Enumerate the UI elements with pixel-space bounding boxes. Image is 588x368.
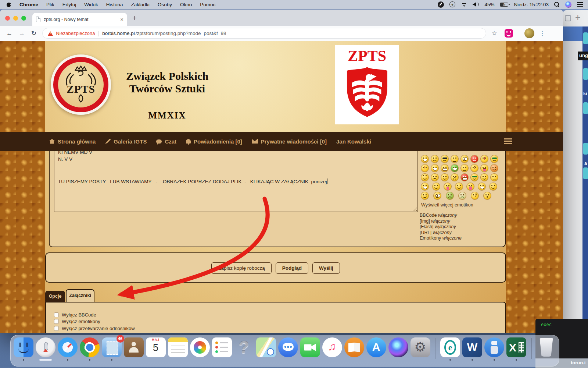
- close-window-button[interactable]: [5, 16, 10, 21]
- dock-item-safari[interactable]: [57, 337, 78, 361]
- menu-item-edytuj[interactable]: Edytuj: [62, 2, 76, 7]
- emoticon[interactable]: [481, 174, 488, 181]
- nav-item-home[interactable]: Strona główna: [49, 138, 96, 145]
- minimize-window-button[interactable]: [13, 16, 18, 21]
- emoticon[interactable]: [491, 174, 498, 181]
- dock-item-mail[interactable]: 46: [101, 337, 122, 361]
- emoticon[interactable]: [461, 174, 468, 181]
- dock-item-music[interactable]: ♫: [322, 337, 343, 361]
- emoticon[interactable]: [461, 164, 468, 172]
- nav-item-private-messages[interactable]: Prywatne wiadomości [0]: [252, 138, 327, 145]
- emoticon[interactable]: [461, 155, 468, 163]
- nav-item-chat[interactable]: Czat: [156, 138, 176, 145]
- emoticon[interactable]: [481, 164, 488, 172]
- dock-item-appstore[interactable]: A: [366, 337, 387, 361]
- forward-button[interactable]: →: [19, 30, 25, 37]
- apple-menu-icon[interactable]: [7, 1, 11, 7]
- emoticon[interactable]: [471, 174, 478, 181]
- dock-item-word[interactable]: W: [462, 337, 483, 361]
- resize-grip[interactable]: [413, 207, 417, 211]
- emoticon[interactable]: [433, 183, 440, 190]
- spotlight-icon[interactable]: [554, 2, 560, 7]
- nav-item-user[interactable]: Jan Kowalski: [336, 138, 371, 145]
- show-more-emoticons-link[interactable]: Wyświetl więcej emotikon: [421, 202, 473, 208]
- chrome-menu-icon[interactable]: ⋮: [539, 30, 545, 37]
- emoticon[interactable]: [484, 192, 491, 199]
- emoticon[interactable]: [481, 155, 488, 163]
- checkbox-attach-signature[interactable]: [54, 333, 59, 333]
- emoticon[interactable]: [431, 174, 438, 181]
- menu-item-pomoc[interactable]: Pomoc: [200, 2, 215, 7]
- reload-button[interactable]: ↻: [31, 29, 36, 37]
- emoticon[interactable]: [478, 183, 485, 190]
- emoticon[interactable]: [444, 183, 451, 190]
- save-draft-button[interactable]: Zapisz kopię roboczą: [211, 262, 272, 274]
- emoticon[interactable]: [446, 192, 453, 199]
- checkbox-disable-bbcode[interactable]: [54, 312, 59, 317]
- menu-item-osoby[interactable]: Osoby: [158, 2, 172, 7]
- eset-status-icon[interactable]: [449, 1, 455, 7]
- emoticon[interactable]: [421, 164, 429, 172]
- security-label[interactable]: Niezabezpieczona: [56, 31, 95, 36]
- emoticon[interactable]: [441, 174, 448, 181]
- menu-item-widok[interactable]: Widok: [84, 2, 98, 7]
- battery-icon[interactable]: [500, 3, 508, 7]
- extension-icon[interactable]: [505, 29, 513, 38]
- emoticon[interactable]: [491, 164, 498, 172]
- dock-item-finder[interactable]: [13, 337, 34, 361]
- emoticon[interactable]: [471, 164, 478, 172]
- address-bar[interactable]: Niezabezpieczona | borbis.home.pl/zptsfo…: [42, 28, 486, 39]
- dock-item-messages[interactable]: [277, 337, 299, 361]
- bookmark-star-icon[interactable]: ☆: [491, 29, 497, 37]
- nav-item-gallery[interactable]: Galeria IGTS: [105, 138, 147, 145]
- emoticon[interactable]: [471, 155, 478, 163]
- emoticon[interactable]: [471, 192, 478, 199]
- dock-item-preferences[interactable]: ⚙: [410, 337, 431, 361]
- dock-item-calendar[interactable]: MAJ5: [145, 337, 166, 361]
- browser-tab[interactable]: zpts.org - Nowy temat ×: [32, 13, 127, 26]
- emoticon[interactable]: [459, 192, 466, 199]
- notification-center-icon[interactable]: [577, 2, 583, 7]
- dock-item-facetime[interactable]: [300, 337, 321, 361]
- dock-item-contacts[interactable]: [123, 337, 144, 361]
- emoticon[interactable]: [451, 164, 458, 172]
- tab-options[interactable]: Opcje: [45, 291, 65, 302]
- emoticon[interactable]: [421, 183, 429, 190]
- emoticon[interactable]: [451, 174, 458, 181]
- dock-item-chrome[interactable]: [79, 337, 100, 361]
- checkbox-disable-links[interactable]: [54, 326, 59, 331]
- dock-item-notes[interactable]: [167, 337, 189, 361]
- emoticon[interactable]: [431, 164, 438, 172]
- dock-item-books[interactable]: [344, 337, 365, 361]
- zoom-window-button[interactable]: [21, 16, 26, 21]
- dock-item-photos[interactable]: [189, 337, 211, 361]
- checkbox-disable-emoticons[interactable]: [54, 319, 59, 324]
- dock-item-siri[interactable]: [388, 337, 409, 361]
- emoticon[interactable]: [467, 183, 474, 190]
- emoticon[interactable]: [441, 155, 448, 163]
- emoticon[interactable]: [491, 155, 498, 163]
- dock-item-reminders[interactable]: [211, 337, 233, 361]
- menu-clock[interactable]: Niedz. 15:22:03: [514, 2, 549, 7]
- emoticon[interactable]: [431, 155, 438, 163]
- nav-item-notifications[interactable]: Powiadomienia [0]: [186, 138, 242, 145]
- siri-icon[interactable]: [565, 1, 571, 8]
- menu-item-plik[interactable]: Plik: [46, 2, 54, 7]
- menu-item-okno[interactable]: Okno: [180, 2, 192, 7]
- submit-button[interactable]: Wyślij: [312, 262, 340, 274]
- emoticon[interactable]: [455, 183, 463, 190]
- dock-item-robot[interactable]: [484, 337, 505, 361]
- emoticon[interactable]: [434, 192, 441, 199]
- wifi-icon[interactable]: [461, 2, 467, 7]
- preview-button[interactable]: Podgląd: [276, 262, 308, 274]
- message-textarea[interactable]: KI NEMV MD V N. V V TU PISZEMY POSTY LUB…: [54, 151, 418, 212]
- back-button[interactable]: ←: [6, 30, 12, 37]
- hamburger-menu-icon[interactable]: [504, 138, 512, 144]
- tab-attachments[interactable]: Załączniki: [66, 289, 94, 302]
- emoticon[interactable]: [441, 164, 448, 172]
- emoticon[interactable]: [490, 183, 497, 190]
- dock-item-launchpad[interactable]: [35, 337, 56, 361]
- dock-item-eset[interactable]: e: [440, 337, 461, 361]
- emoticon[interactable]: [421, 155, 429, 163]
- volume-icon[interactable]: [473, 2, 479, 7]
